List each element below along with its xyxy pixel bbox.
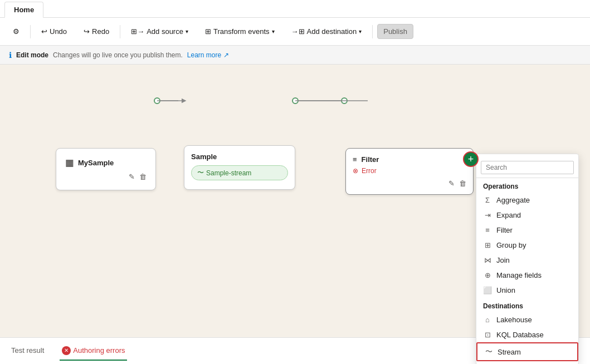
aggregate-icon: Σ (483, 196, 492, 204)
stream-chip: 〜 Sample-stream (191, 165, 288, 180)
add-source-icon: ⊞→ (131, 27, 144, 36)
plus-icon: + (468, 154, 474, 165)
union-item[interactable]: ⬜ Union (476, 283, 578, 298)
stream-chip-label: Sample-stream (206, 169, 251, 177)
add-destination-button[interactable]: →⊞ Add destination ▾ (285, 24, 368, 39)
info-message: Changes will go live once you publish th… (53, 51, 183, 59)
add-source-button[interactable]: ⊞→ Add source ▾ (125, 24, 194, 39)
groupby-item[interactable]: ⊞ Group by (476, 238, 578, 253)
undo-button[interactable]: ↩ Undo (35, 24, 73, 39)
join-item[interactable]: ⋈ Join (476, 253, 578, 268)
add-destination-icon: →⊞ (291, 27, 305, 36)
info-icon: ℹ (9, 51, 12, 60)
mysample-node: ▦ MySample ✎ 🗑 (56, 148, 156, 190)
home-tab[interactable]: Home (4, 2, 43, 18)
filter-edit-icon[interactable]: ✎ (448, 179, 455, 188)
expand-item[interactable]: ⇥ Expand (476, 208, 578, 223)
lakehouse-label: Lakehouse (496, 316, 532, 324)
divider-1 (30, 25, 31, 38)
operations-section-header: Operations (476, 178, 578, 193)
filter-menu-icon: ≡ (483, 226, 492, 234)
filter-node-actions: ✎ 🗑 (353, 179, 466, 188)
publish-button[interactable]: Publish (377, 24, 413, 39)
tab-bar: Home (0, 0, 590, 18)
aggregate-item[interactable]: Σ Aggregate (476, 193, 578, 208)
filter-node-icon: ≡ (353, 155, 357, 164)
authoring-errors-tab[interactable]: ✕ Authoring errors (60, 342, 127, 361)
mysample-node-actions: ✎ 🗑 (65, 173, 147, 181)
learn-more-link[interactable]: Learn more ↗ (187, 51, 229, 59)
filter-delete-icon[interactable]: 🗑 (459, 179, 466, 188)
transform-chevron-icon: ▾ (272, 28, 275, 35)
authoring-errors-badge: ✕ Authoring errors (62, 346, 125, 355)
mysample-node-title: MySample (78, 159, 114, 167)
manage-fields-label: Manage fields (496, 271, 542, 279)
filter-error-row: ⊗ Error (353, 167, 466, 175)
svg-point-4 (342, 98, 347, 104)
lakehouse-icon: ⌂ (483, 316, 492, 324)
redo-icon: ↪ (84, 27, 90, 36)
mysample-delete-icon[interactable]: 🗑 (139, 173, 147, 181)
error-icon: ⊗ (353, 167, 358, 175)
kql-database-icon: ⊡ (483, 331, 492, 339)
svg-point-0 (154, 98, 160, 104)
aggregate-label: Aggregate (496, 196, 530, 204)
error-count-icon: ✕ (62, 346, 71, 355)
groupby-label: Group by (496, 241, 526, 249)
filter-error-label: Error (362, 167, 377, 175)
info-bar: ℹ Edit mode Changes will go live once yo… (0, 46, 590, 65)
add-node-dropdown: Operations Σ Aggregate ⇥ Expand ≡ Filter… (476, 154, 579, 364)
test-result-tab[interactable]: Test result (9, 342, 46, 360)
mysample-node-icon: ▦ (65, 158, 74, 168)
edit-mode-label: Edit mode (16, 51, 48, 59)
stream-destination-label: Stream (498, 348, 521, 356)
add-node-button[interactable]: + (463, 151, 479, 167)
toolbar: ⚙ ↩ Undo ↪ Redo ⊞→ Add source ▾ ⊞ Transf… (0, 18, 590, 46)
redo-button[interactable]: ↪ Redo (77, 24, 115, 39)
union-label: Union (496, 286, 515, 294)
filter-item[interactable]: ≡ Filter (476, 223, 578, 238)
settings-icon: ⚙ (13, 27, 19, 36)
filter-node-title: Filter (362, 155, 379, 164)
union-icon: ⬜ (483, 286, 492, 294)
stream-chip-icon: 〜 (197, 168, 204, 178)
undo-icon: ↩ (41, 27, 47, 36)
filter-node: ≡ Filter ⊗ Error ✎ 🗑 (345, 148, 474, 195)
kql-database-label: KQL Database (496, 331, 544, 339)
transform-icon: ⊞ (205, 27, 211, 36)
authoring-errors-label: Authoring errors (73, 346, 125, 355)
join-label: Join (496, 256, 510, 264)
divider-3 (372, 25, 373, 38)
destinations-section-header: Destinations (476, 298, 578, 312)
lakehouse-item[interactable]: ⌂ Lakehouse (476, 312, 578, 327)
kql-database-item[interactable]: ⊡ KQL Database (476, 327, 578, 342)
add-source-chevron-icon: ▾ (186, 28, 188, 35)
filter-label: Filter (496, 226, 513, 234)
sample-node-title: Sample (191, 153, 217, 161)
groupby-icon: ⊞ (483, 241, 492, 249)
stream-destination-item[interactable]: 〜 Stream (476, 342, 578, 361)
dropdown-search-container (476, 158, 578, 178)
search-input[interactable] (481, 161, 574, 174)
expand-label: Expand (496, 211, 521, 219)
destination-chevron-icon: ▾ (359, 28, 362, 35)
stream-destination-icon: 〜 (484, 347, 493, 357)
divider-2 (120, 25, 120, 38)
expand-icon: ⇥ (483, 211, 492, 219)
mysample-edit-icon[interactable]: ✎ (129, 173, 135, 181)
svg-point-2 (292, 98, 298, 104)
test-result-label: Test result (11, 346, 44, 355)
canvas: ▦ MySample ✎ 🗑 Sample 〜 Sample-stream ≡ … (0, 65, 590, 337)
join-icon: ⋈ (483, 256, 492, 264)
sample-node: Sample 〜 Sample-stream (184, 145, 295, 190)
manage-fields-icon: ⊕ (483, 271, 492, 279)
settings-button[interactable]: ⚙ (7, 24, 26, 39)
transform-events-button[interactable]: ⊞ Transform events ▾ (199, 24, 281, 39)
manage-fields-item[interactable]: ⊕ Manage fields (476, 268, 578, 283)
